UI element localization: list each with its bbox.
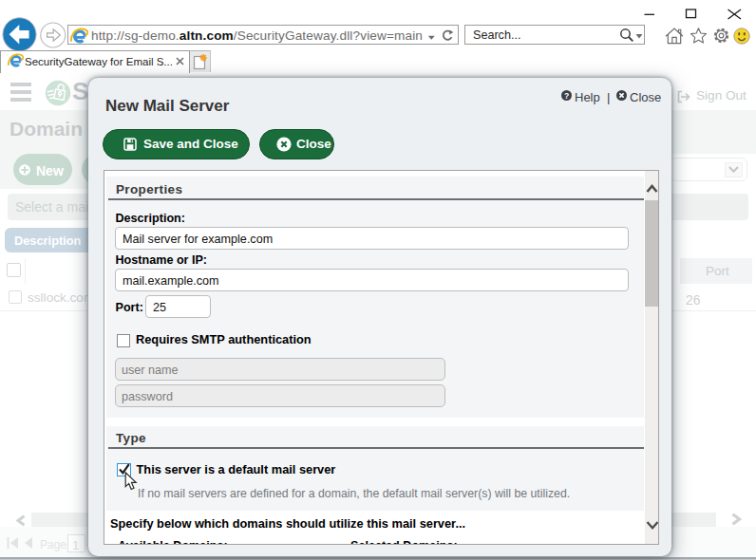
svg-text:?: ? [564,91,569,101]
